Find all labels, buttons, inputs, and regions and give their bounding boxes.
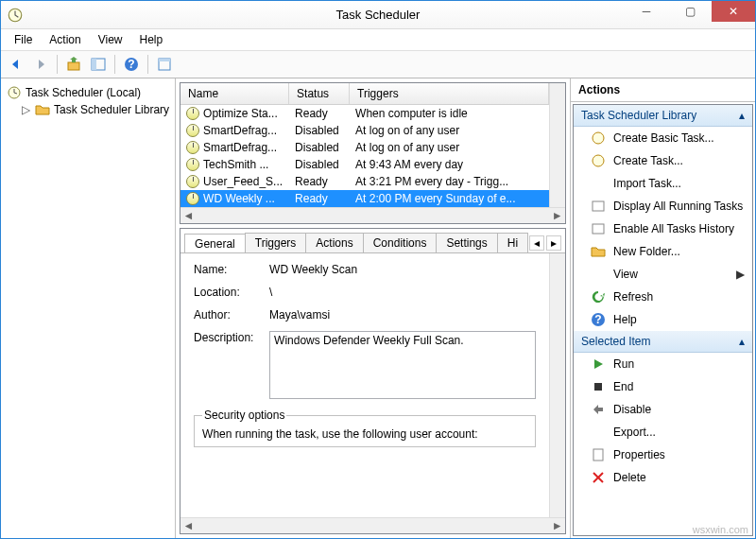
action-item[interactable]: Create Task... xyxy=(574,149,752,172)
task-row[interactable]: Optimize Sta...ReadyWhen computer is idl… xyxy=(180,105,549,122)
submenu-icon: ▶ xyxy=(736,268,745,281)
task-status: Disabled xyxy=(289,140,350,155)
app-icon xyxy=(7,7,24,24)
value-author: Maya\vamsi xyxy=(269,308,536,322)
tree-library-label: Task Scheduler Library xyxy=(54,103,169,116)
tree-library[interactable]: ▷ Task Scheduler Library xyxy=(5,101,171,118)
tab-scroll-right[interactable]: ▸ xyxy=(546,235,561,251)
help-button[interactable]: ? xyxy=(120,53,143,76)
detail-panel: General Triggers Actions Conditions Sett… xyxy=(180,228,566,534)
action-label: Run xyxy=(613,357,634,371)
tree-root[interactable]: Task Scheduler (Local) xyxy=(5,84,171,101)
action-item[interactable]: Create Basic Task... xyxy=(574,127,752,149)
tab-strip: General Triggers Actions Conditions Sett… xyxy=(180,229,565,253)
tab-history[interactable]: Hi xyxy=(497,233,528,252)
forward-button[interactable] xyxy=(29,53,52,76)
properties-button[interactable] xyxy=(153,53,176,76)
task-row[interactable]: WD Weekly ...ReadyAt 2:00 PM every Sunda… xyxy=(180,190,549,207)
form-hscroll[interactable]: ◄► xyxy=(180,517,565,533)
action-label: Disable xyxy=(613,403,651,416)
col-status[interactable]: Status xyxy=(289,83,350,104)
scheduler-icon xyxy=(7,85,22,100)
task-trigger: At 2:00 PM every Sunday of e... xyxy=(350,191,549,206)
task-name: TechSmith ... xyxy=(203,158,268,171)
svg-point-9 xyxy=(593,132,604,144)
action-label: Display All Running Tasks xyxy=(613,200,743,213)
action-label: Help xyxy=(613,313,637,326)
col-name[interactable]: Name xyxy=(180,83,289,104)
action-item[interactable]: Display All Running Tasks xyxy=(574,195,752,217)
collapse-icon: ▴ xyxy=(739,109,745,122)
action-label: End xyxy=(613,380,633,393)
show-hide-console-button[interactable] xyxy=(87,53,110,76)
value-location: \ xyxy=(269,286,536,299)
tab-actions[interactable]: Actions xyxy=(305,233,363,252)
action-icon xyxy=(591,176,606,191)
svg-rect-15 xyxy=(594,383,602,391)
action-item[interactable]: Import Task... xyxy=(574,172,752,195)
action-label: Create Basic Task... xyxy=(613,131,714,145)
watermark: wsxwin.com xyxy=(693,524,748,535)
tab-conditions[interactable]: Conditions xyxy=(363,233,438,252)
section-library[interactable]: Task Scheduler Library ▴ xyxy=(574,105,752,127)
task-row[interactable]: User_Feed_S...ReadyAt 3:21 PM every day … xyxy=(180,173,549,190)
action-label: Enable All Tasks History xyxy=(613,222,734,235)
action-item[interactable]: ?Help xyxy=(574,308,752,331)
action-label: Import Task... xyxy=(613,177,681,190)
svg-text:?: ? xyxy=(594,313,601,326)
svg-rect-16 xyxy=(593,449,603,461)
col-triggers[interactable]: Triggers xyxy=(350,83,549,104)
clock-icon xyxy=(186,158,199,171)
action-item[interactable]: New Folder... xyxy=(574,240,752,263)
security-options: Security options When running the task, … xyxy=(194,409,536,447)
minimize-button[interactable]: ─ xyxy=(625,1,668,22)
action-item[interactable]: Enable All Tasks History xyxy=(574,217,752,240)
task-status: Disabled xyxy=(289,157,350,172)
action-item[interactable]: Run xyxy=(574,353,752,375)
action-icon xyxy=(591,289,606,304)
close-button[interactable]: ✕ xyxy=(712,1,755,22)
svg-point-10 xyxy=(593,155,604,166)
action-item[interactable]: Properties xyxy=(574,443,752,466)
back-button[interactable] xyxy=(5,53,27,76)
action-label: Delete xyxy=(613,471,646,484)
action-item[interactable]: Disable xyxy=(574,398,752,421)
task-row[interactable]: SmartDefrag...DisabledAt log on of any u… xyxy=(180,122,549,139)
task-row[interactable]: SmartDefrag...DisabledAt log on of any u… xyxy=(180,139,549,156)
menu-help[interactable]: Help xyxy=(132,31,171,48)
horizontal-scrollbar[interactable]: ◄► xyxy=(180,207,565,223)
action-label: Refresh xyxy=(613,290,653,304)
section-selected[interactable]: Selected Item ▴ xyxy=(574,331,752,353)
task-name: User_Feed_S... xyxy=(203,175,283,188)
task-status: Ready xyxy=(289,106,350,121)
expand-icon[interactable]: ▷ xyxy=(20,103,31,116)
maximize-button[interactable]: ▢ xyxy=(668,1,712,22)
tree-root-label: Task Scheduler (Local) xyxy=(26,86,141,99)
tab-scroll-left[interactable]: ◂ xyxy=(529,235,544,251)
menu-file[interactable]: File xyxy=(7,31,40,48)
action-item[interactable]: End xyxy=(574,375,752,398)
action-item[interactable]: Delete xyxy=(574,466,752,489)
value-name: WD Weekly Scan xyxy=(269,263,536,276)
action-item[interactable]: View▶ xyxy=(574,263,752,286)
security-legend: Security options xyxy=(202,409,286,422)
vertical-scrollbar[interactable] xyxy=(549,83,565,207)
action-item[interactable]: Refresh xyxy=(574,286,752,308)
tab-general[interactable]: General xyxy=(184,234,246,253)
action-item[interactable]: Export... xyxy=(574,421,752,443)
tab-triggers[interactable]: Triggers xyxy=(245,233,307,252)
up-button[interactable] xyxy=(62,53,85,76)
label-name: Name: xyxy=(194,263,269,276)
svg-rect-1 xyxy=(68,62,79,70)
menu-view[interactable]: View xyxy=(91,31,130,48)
value-description[interactable]: Windows Defender Weekly Full Scan. xyxy=(269,331,536,399)
collapse-icon: ▴ xyxy=(739,335,745,348)
task-row[interactable]: TechSmith ...DisabledAt 9:43 AM every da… xyxy=(180,156,549,173)
menu-action[interactable]: Action xyxy=(42,31,88,48)
security-text: When running the task, use the following… xyxy=(202,427,527,441)
tab-settings[interactable]: Settings xyxy=(436,233,497,252)
action-label: Export... xyxy=(613,426,656,439)
titlebar: Task Scheduler ─ ▢ ✕ xyxy=(1,1,755,29)
task-name: SmartDefrag... xyxy=(203,141,277,154)
form-scrollbar[interactable] xyxy=(549,253,565,517)
